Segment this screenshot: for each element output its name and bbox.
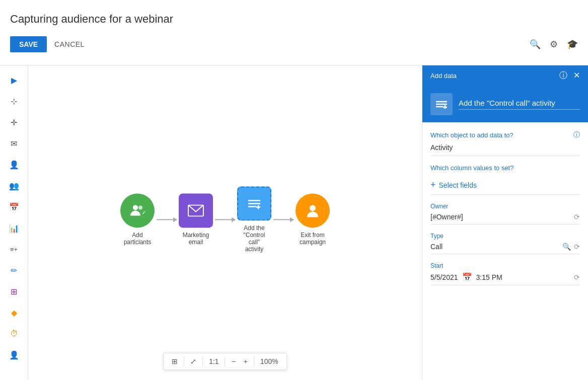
page-header: Capturing audience for a webinar SAVE CA… — [0, 0, 588, 65]
panel-close-icon[interactable]: ✕ — [573, 70, 580, 81]
node-marketing-email[interactable]: Marketing email — [179, 193, 213, 246]
connector-3 — [273, 219, 293, 220]
calendar-icon[interactable]: 📅 — [462, 272, 472, 282]
flow-diagram: Add particiants Marketing email — [120, 186, 330, 253]
help-icon[interactable]: 🎓 — [567, 39, 578, 50]
divider-2 — [202, 356, 203, 366]
divider-1 — [184, 356, 184, 366]
select-fields-button[interactable]: + Select fields — [430, 176, 580, 195]
start-date: 5/5/2021 — [430, 273, 458, 281]
sidebar-item-email[interactable]: ✉ — [5, 134, 24, 153]
sidebar-item-list-add[interactable]: ≡+ — [5, 240, 24, 259]
divider-3 — [225, 356, 226, 366]
type-label: Type — [430, 233, 580, 240]
canvas-area: Add particiants Marketing email — [28, 65, 422, 380]
node-control-call[interactable]: Add the "Control call"activity — [237, 186, 271, 253]
node-control-call-label: Add the "Control call"activity — [237, 224, 271, 253]
owner-field: Owner [#Owner#] ⟳ — [430, 203, 580, 224]
sidebar-item-move[interactable]: ✛ — [5, 113, 24, 132]
type-value: Call — [430, 243, 443, 251]
panel-activity-header: Add the "Control call" activity — [422, 86, 588, 122]
svg-point-1 — [138, 205, 142, 209]
start-label: Start — [430, 262, 580, 269]
divider-4 — [254, 356, 254, 366]
sidebar-item-grid[interactable]: ⊞ — [5, 282, 24, 301]
type-actions: 🔍 ⟳ — [562, 243, 580, 251]
svg-point-0 — [133, 205, 138, 210]
owner-refresh-icon[interactable]: ⟳ — [574, 213, 580, 221]
node-exit-campaign-label: Exit from campaign — [296, 232, 330, 246]
node-add-participants[interactable]: Add particiants — [120, 193, 155, 246]
sidebar-item-diamond[interactable]: ◆ — [5, 303, 24, 322]
type-refresh-icon[interactable]: ⟳ — [574, 243, 580, 251]
save-button[interactable]: SAVE — [10, 36, 47, 52]
node-exit-campaign-icon — [296, 193, 330, 227]
type-value-row: Call 🔍 ⟳ — [430, 243, 580, 254]
zoom-in-button[interactable]: + — [240, 355, 252, 367]
sidebar-item-clock[interactable]: ⏱ — [5, 324, 24, 343]
node-exit-campaign[interactable]: Exit from campaign — [296, 193, 330, 246]
svg-point-8 — [310, 205, 316, 211]
panel-activity-title: Add the "Control call" activity — [459, 99, 580, 110]
main-area: ▶ ⊹ ✛ ✉ 👤 👥 📅 📊 ≡+ ✏ ⊞ ◆ ⏱ 👤 — [0, 65, 588, 380]
start-actions: ⟳ — [574, 273, 580, 281]
sidebar: ▶ ⊹ ✛ ✉ 👤 👥 📅 📊 ≡+ ✏ ⊞ ◆ ⏱ 👤 — [0, 65, 28, 380]
sidebar-item-person2[interactable]: 👤 — [5, 345, 24, 364]
right-panel: Add data ⓘ ✕ Add the "Control call" acti… — [422, 65, 588, 380]
cancel-button[interactable]: CANCEL — [54, 40, 85, 48]
which-column-label: Which column values to set? — [430, 164, 580, 172]
bottom-toolbar: ⊞ ⤢ 1:1 − + 100% — [163, 353, 287, 370]
node-add-participants-label: Add particiants — [120, 232, 155, 246]
settings-icon[interactable]: ⚙ — [550, 39, 558, 50]
panel-info-icon[interactable]: ⓘ — [559, 70, 567, 81]
plus-icon: + — [430, 180, 436, 190]
type-search-icon[interactable]: 🔍 — [562, 243, 571, 251]
page-title: Capturing audience for a webinar — [10, 5, 578, 26]
grid-view-button[interactable]: ⊞ — [168, 355, 182, 367]
node-control-call-icon — [237, 186, 271, 220]
which-object-info-icon[interactable]: ⓘ — [573, 130, 580, 139]
which-object-label: Which object to add data to? ⓘ — [430, 130, 580, 139]
sidebar-item-selection[interactable]: ⊹ — [5, 92, 24, 111]
sidebar-item-chart[interactable]: 📊 — [5, 218, 24, 238]
owner-value: [#Owner#] — [430, 213, 463, 221]
panel-body: Which object to add data to? ⓘ Activity … — [422, 122, 588, 380]
node-marketing-email-icon — [179, 193, 213, 227]
sidebar-item-group[interactable]: 👥 — [5, 176, 24, 195]
panel-top-icons: ⓘ ✕ — [559, 70, 580, 81]
sidebar-item-cursor[interactable]: ▶ — [5, 70, 24, 90]
toolbar-right: 🔍 ⚙ 🎓 — [530, 39, 578, 50]
panel-top-bar: Add data ⓘ ✕ — [422, 65, 588, 86]
node-marketing-email-label: Marketing email — [179, 232, 213, 246]
search-icon[interactable]: 🔍 — [530, 39, 541, 50]
panel-activity-icon — [430, 93, 453, 115]
start-time: 3:15 PM — [476, 273, 502, 281]
owner-label: Owner — [430, 203, 580, 210]
sidebar-item-edit[interactable]: ✏ — [5, 261, 24, 280]
object-value: Activity — [430, 143, 580, 156]
start-refresh-icon[interactable]: ⟳ — [574, 273, 580, 281]
sidebar-item-person[interactable]: 👤 — [5, 155, 24, 174]
zoom-out-button[interactable]: − — [228, 355, 240, 367]
start-value-row: 5/5/2021 📅 3:15 PM ⟳ — [430, 272, 580, 285]
fit-button[interactable]: ⤢ — [186, 355, 200, 367]
sidebar-item-calendar-event[interactable]: 📅 — [5, 197, 24, 216]
connector-1 — [157, 219, 177, 220]
connector-2 — [215, 219, 235, 220]
owner-value-row: [#Owner#] ⟳ — [430, 213, 580, 224]
panel-header-label: Add data — [430, 72, 457, 80]
zoom-level-button[interactable]: 100% — [256, 355, 282, 367]
type-field: Type Call 🔍 ⟳ — [430, 233, 580, 254]
start-date-row: 5/5/2021 📅 3:15 PM — [430, 272, 502, 282]
start-field: Start 5/5/2021 📅 3:15 PM ⟳ — [430, 262, 580, 285]
owner-actions: ⟳ — [574, 213, 580, 221]
ratio-button[interactable]: 1:1 — [205, 355, 223, 367]
toolbar: SAVE CANCEL 🔍 ⚙ 🎓 — [10, 36, 578, 60]
node-add-participants-icon — [120, 193, 155, 227]
